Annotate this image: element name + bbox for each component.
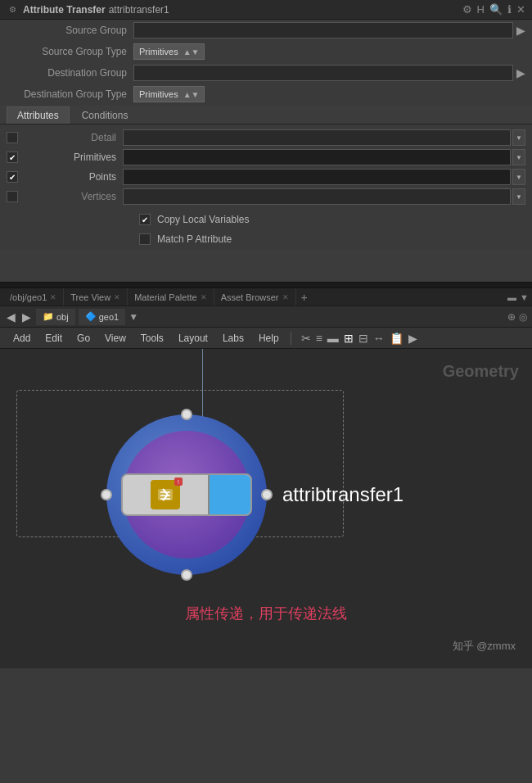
primitives-dropdown[interactable]: ▼ (512, 149, 525, 165)
node-icon: ⚙ (7, 4, 18, 16)
editor-tab-tree[interactable]: Tree View ✕ (64, 288, 128, 306)
caption-text: 属性传递，用于传递法线 (185, 605, 347, 622)
destination-group-row: Destination Group ▶ (0, 62, 532, 84)
source-group-type-label: Source Group Type (7, 46, 133, 57)
detail-input-wrap: ▼ (123, 129, 525, 146)
destination-group-arrow[interactable]: ▶ (516, 66, 525, 79)
breadcrumb-geo[interactable]: 🔷 geo1 (79, 309, 125, 325)
breadcrumb-geo-label: geo1 (99, 312, 119, 322)
panel-options-icon[interactable]: ▼ (520, 292, 529, 302)
destination-group-type-select[interactable]: Primitives ▲▼ (133, 86, 205, 102)
primitives-input (123, 149, 511, 165)
vertices-checkbox[interactable] (7, 191, 18, 202)
menu-help[interactable]: Help (252, 331, 286, 346)
panel-split-icon[interactable]: ▬ (507, 292, 516, 302)
editor-tab-geo[interactable]: /obj/geo1 ✕ (3, 288, 64, 306)
editor-tab-asset[interactable]: Asset Browser ✕ (214, 288, 296, 306)
play-icon[interactable]: ▶ (407, 330, 419, 346)
primitives-label: Primitives (25, 152, 123, 163)
search-icon[interactable]: 🔍 (489, 3, 503, 16)
chip-icon-wrap: ! (151, 480, 180, 509)
menu-add[interactable]: Add (7, 331, 37, 346)
points-dropdown[interactable]: ▼ (512, 169, 525, 185)
node-outer-circle[interactable]: ! (106, 414, 267, 575)
points-label: Points (25, 171, 123, 183)
node-dot-bottom[interactable] (181, 569, 192, 581)
editor-tab-asset-label: Asset Browser (221, 292, 279, 302)
split-icon[interactable]: ↔ (372, 330, 386, 346)
gear-icon[interactable]: ⚙ (462, 3, 472, 16)
bar-icon[interactable]: ▬ (326, 330, 340, 346)
source-group-type-select[interactable]: Primitives ▲▼ (133, 43, 205, 60)
grid4-icon[interactable]: ⊞ (342, 330, 355, 346)
clipboard-icon[interactable]: 📋 (388, 330, 405, 346)
copy-local-checkbox[interactable]: ✔ (139, 214, 151, 225)
node-name: attribtransfer1 (109, 4, 169, 16)
vertices-dropdown[interactable]: ▼ (512, 188, 525, 205)
source-group-input[interactable] (133, 22, 513, 38)
menu-icons: ✂ ≡ ▬ ⊞ ⊟ ↔ 📋 ▶ (300, 330, 419, 346)
breadcrumb-dropdown[interactable]: ▼ (128, 311, 138, 323)
menu-labs[interactable]: Labs (216, 331, 250, 346)
attributes-table: Detail ▼ ✔ Primitives ▼ ✔ Points ▼ Verti… (0, 124, 532, 210)
editor-tab-material-close[interactable]: ✕ (201, 293, 207, 301)
menu-view[interactable]: View (98, 331, 133, 346)
editor-tab-material[interactable]: Material Palette ✕ (128, 288, 214, 306)
vertices-input (123, 188, 511, 205)
points-input-wrap: ▼ (123, 169, 525, 185)
menu-tools[interactable]: Tools (134, 331, 170, 346)
title-bar: ⚙ Attribute Transfer attribtransfer1 ⚙ H… (0, 0, 532, 20)
primitives-checkbox[interactable]: ✔ (7, 152, 18, 163)
vertices-label: Vertices (25, 191, 123, 202)
pin-icon[interactable]: H (477, 3, 485, 16)
node-dot-top[interactable] (181, 409, 192, 420)
source-group-type-row: Source Group Type Primitives ▲▼ (0, 41, 532, 62)
breadcrumb-obj[interactable]: 📁 obj (36, 309, 75, 325)
obj-icon: 📁 (43, 311, 54, 322)
forward-button[interactable]: ▶ (20, 309, 33, 325)
attr-row-detail: Detail ▼ (0, 128, 532, 147)
tab-attributes[interactable]: Attributes (7, 106, 70, 124)
menu-layout[interactable]: Layout (172, 331, 214, 346)
geo-icon: 🔷 (85, 311, 97, 322)
match-p-checkbox[interactable] (139, 233, 151, 245)
copy-local-row: ✔ Copy Local Variables (0, 210, 532, 229)
grid2-icon[interactable]: ⊟ (357, 330, 370, 346)
match-p-row: Match P Attribute (0, 229, 532, 249)
tab-conditions[interactable]: Conditions (71, 106, 139, 124)
home-icon[interactable]: ⊕ (507, 311, 516, 323)
chip-badge: ! (174, 477, 183, 486)
source-group-arrow[interactable]: ▶ (516, 24, 525, 37)
menu-go[interactable]: Go (70, 331, 97, 346)
add-tab-button[interactable]: + (296, 291, 313, 304)
node-dot-left[interactable] (101, 489, 112, 500)
editor-tab-geo-label: /obj/geo1 (10, 292, 47, 302)
points-input (123, 169, 511, 185)
editor-tab-geo-close[interactable]: ✕ (50, 293, 56, 301)
menu-edit[interactable]: Edit (38, 331, 69, 346)
caption-area: 属性传递，用于传递法线 (0, 604, 532, 623)
scissors-icon[interactable]: ✂ (300, 330, 313, 346)
network-toolbar: ◀ ▶ 📁 obj 🔷 geo1 ▼ ⊕ ◎ (0, 306, 532, 328)
detail-dropdown[interactable]: ▼ (512, 129, 525, 146)
toolbar-end: ⊕ ◎ (507, 311, 527, 323)
breadcrumb: 📁 obj 🔷 geo1 ▼ (36, 309, 504, 325)
close-icon[interactable]: ✕ (516, 3, 525, 16)
back-button[interactable]: ◀ (5, 309, 17, 325)
list-icon[interactable]: ≡ (314, 330, 324, 346)
attribute-tabs: Attributes Conditions (0, 105, 532, 124)
destination-group-input[interactable] (133, 65, 513, 81)
node-dot-right[interactable] (261, 489, 273, 500)
detail-input (123, 129, 511, 146)
source-group-label: Source Group (7, 25, 133, 36)
info-icon[interactable]: ℹ (507, 3, 512, 16)
breadcrumb-obj-label: obj (56, 312, 69, 322)
node-chip[interactable]: ! (121, 473, 252, 516)
editor-tab-asset-close[interactable]: ✕ (282, 293, 289, 301)
vertices-input-wrap: ▼ (123, 188, 525, 205)
detail-checkbox[interactable] (7, 132, 18, 143)
settings-icon[interactable]: ◎ (519, 311, 527, 323)
destination-group-type-value: Primitives (139, 89, 178, 99)
points-checkbox[interactable]: ✔ (7, 171, 18, 183)
editor-tab-tree-close[interactable]: ✕ (114, 293, 120, 301)
